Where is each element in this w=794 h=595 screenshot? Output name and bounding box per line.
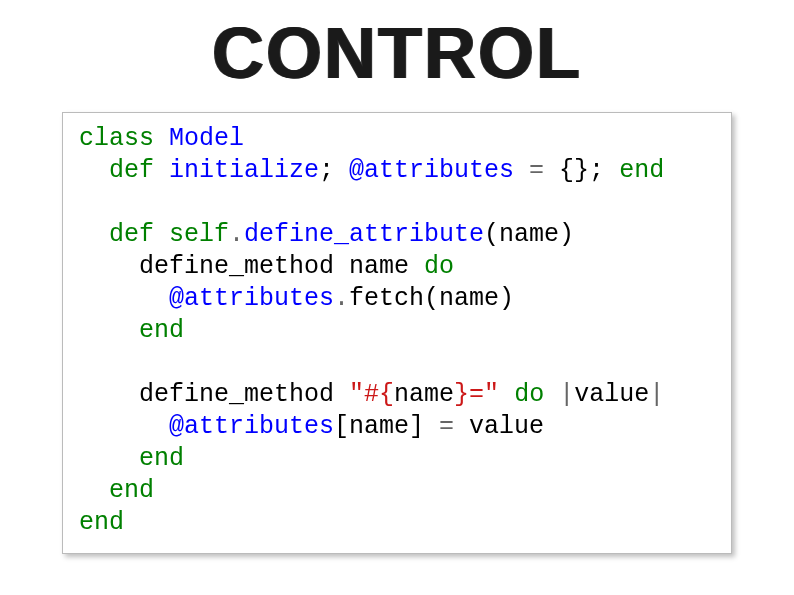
semi: ; xyxy=(319,156,334,185)
braces: {}; xyxy=(559,156,604,185)
text: fetch(name) xyxy=(349,284,514,313)
text: value xyxy=(454,412,544,441)
param-value: value xyxy=(574,380,649,409)
op-pipe: | xyxy=(544,380,574,409)
kw-self: self xyxy=(154,220,229,249)
params: (name) xyxy=(484,220,574,249)
op-eq: = xyxy=(439,412,454,441)
fn-initialize: initialize xyxy=(154,156,319,185)
text: define_method name xyxy=(79,252,424,281)
interp-name: name xyxy=(394,380,454,409)
ivar-attributes: @attributes xyxy=(79,284,334,313)
kw-end: end xyxy=(79,316,184,345)
class-name: Model xyxy=(154,124,244,153)
kw-do: do xyxy=(424,252,454,281)
kw-end: end xyxy=(79,444,184,473)
str-brace: } xyxy=(454,380,469,409)
fn-define-attribute: define_attribute xyxy=(244,220,484,249)
code-block: class Model def initialize; @attributes … xyxy=(62,112,732,554)
str-open: "#{ xyxy=(349,380,394,409)
code-content: class Model def initialize; @attributes … xyxy=(79,123,715,539)
kw-end: end xyxy=(604,156,664,185)
kw-def: def xyxy=(79,156,154,185)
op-dot: . xyxy=(334,284,349,313)
text: define_method xyxy=(79,380,349,409)
op-dot: . xyxy=(229,220,244,249)
op-pipe: | xyxy=(649,380,664,409)
ivar-attributes: @attributes xyxy=(334,156,514,185)
sp xyxy=(499,380,514,409)
str-close: =" xyxy=(469,380,499,409)
bracket: [name] xyxy=(334,412,439,441)
kw-end: end xyxy=(79,476,154,505)
kw-class: class xyxy=(79,124,154,153)
page-title: CONTROL xyxy=(0,12,794,94)
kw-def: def xyxy=(79,220,154,249)
kw-end: end xyxy=(79,508,124,537)
kw-do: do xyxy=(514,380,544,409)
ivar-attributes: @attributes xyxy=(79,412,334,441)
op-eq: = xyxy=(514,156,559,185)
